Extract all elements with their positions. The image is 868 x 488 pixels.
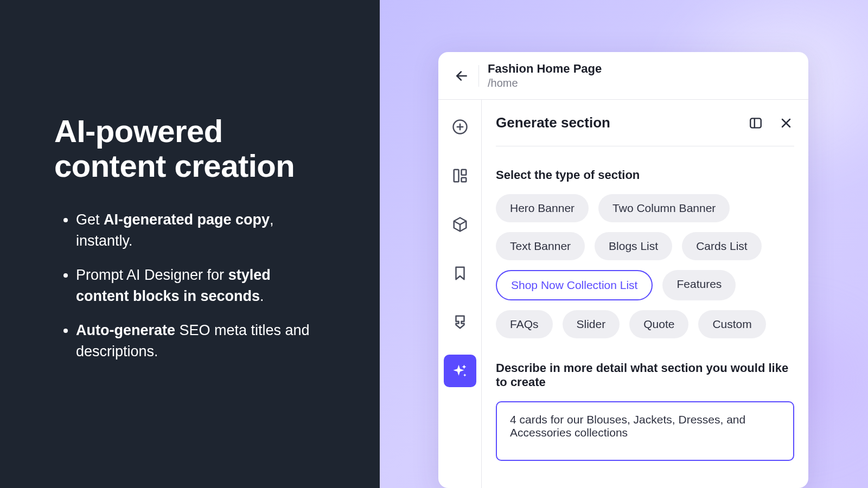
describe-input[interactable]: 4 cards for our Blouses, Jackets, Dresse… (496, 401, 794, 461)
topbar: Fashion Home Page /home (438, 52, 808, 100)
bullet-3: Auto-generate SEO meta titles and descri… (76, 320, 326, 362)
marketing-panel: AI-powered content creation Get AI-gener… (0, 0, 380, 488)
section-type-chips: Hero BannerTwo Column BannerText BannerB… (496, 194, 794, 338)
bullet-1: Get AI-generated page copy, instantly. (76, 209, 326, 252)
section-type-chip[interactable]: Features (662, 270, 736, 300)
headline-line2: content creation (54, 148, 295, 183)
bullet-2: Prompt AI Designer for styled content bl… (76, 265, 326, 307)
panel-title: Generate section (496, 114, 610, 131)
section-type-chip[interactable]: Two Column Banner (598, 194, 730, 222)
page-path: /home (488, 77, 602, 89)
section-type-chip[interactable]: FAQs (496, 310, 553, 338)
cube-icon (452, 216, 468, 233)
section-type-chip[interactable]: Blogs List (595, 232, 672, 260)
plus-circle-icon (452, 119, 468, 135)
sidebar-item-sparkle[interactable] (444, 355, 476, 387)
sidebar-item-bookmark[interactable] (444, 257, 476, 290)
section-type-chip[interactable]: Slider (563, 310, 620, 338)
section-type-chip[interactable]: Text Banner (496, 232, 585, 260)
back-button[interactable] (450, 65, 473, 87)
bookmark-icon (452, 265, 468, 281)
sidebar-item-cube[interactable] (444, 208, 476, 241)
section-type-chip[interactable]: Hero Banner (496, 194, 589, 222)
section-type-chip[interactable]: Custom (698, 310, 765, 338)
app-window: Fashion Home Page /home (438, 52, 808, 488)
headline-line1: AI-powered (54, 113, 223, 149)
sparkle-icon (452, 363, 468, 379)
svg-rect-7 (750, 118, 761, 127)
sidebar-item-add[interactable] (444, 111, 476, 143)
svg-rect-4 (454, 170, 458, 182)
section-body: Select the type of section Hero BannerTw… (496, 146, 794, 463)
marketing-bullets: Get AI-generated page copy, instantly. P… (54, 209, 326, 363)
main-area: Generate section Select the type of sect… (438, 100, 808, 488)
close-icon (780, 117, 793, 130)
describe-label: Describe in more detail what section you… (496, 361, 794, 389)
brush-icon (452, 314, 468, 330)
header-actions (748, 115, 794, 131)
sidebar (438, 100, 482, 488)
page-title: Fashion Home Page (488, 62, 602, 76)
preview-panel: Fashion Home Page /home (380, 0, 868, 488)
marketing-headline: AI-powered content creation (54, 114, 326, 183)
layout-icon (452, 168, 468, 184)
arrow-left-icon (455, 69, 469, 83)
section-type-chip[interactable]: Quote (629, 310, 688, 338)
panel-icon (749, 116, 763, 130)
svg-rect-5 (461, 170, 466, 175)
close-button[interactable] (778, 115, 794, 131)
divider (478, 65, 479, 87)
panel-toggle-button[interactable] (748, 115, 764, 131)
page-titles: Fashion Home Page /home (488, 62, 602, 89)
sidebar-item-layout[interactable] (444, 159, 476, 192)
svg-rect-6 (461, 178, 466, 182)
section-type-chip[interactable]: Shop Now Collection List (496, 270, 653, 300)
select-type-label: Select the type of section (496, 168, 794, 182)
content-header: Generate section (496, 100, 794, 146)
section-type-chip[interactable]: Cards List (682, 232, 762, 260)
content-panel: Generate section Select the type of sect… (482, 100, 808, 488)
sidebar-item-brush[interactable] (444, 306, 476, 338)
